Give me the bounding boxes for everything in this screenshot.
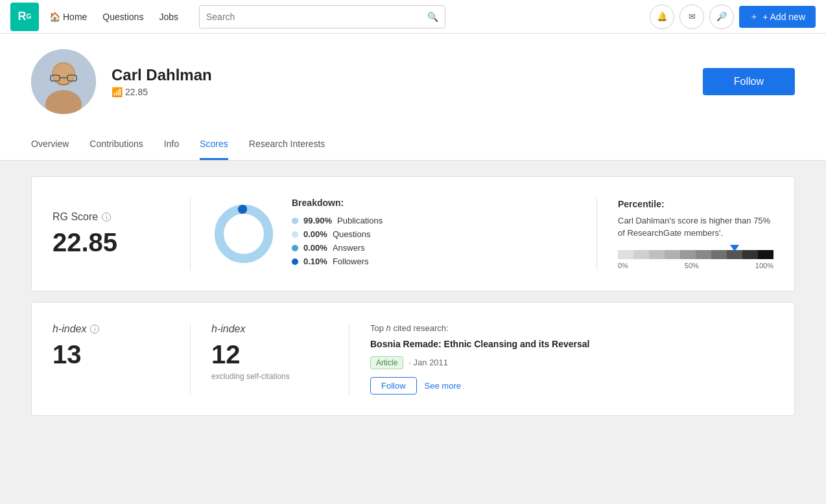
article-meta: Article · Jan 2011 <box>370 356 773 369</box>
h-index-mid-note: excluding self-citations <box>211 372 328 381</box>
h-index-mid: h-index 12 excluding self-citations <box>211 323 328 381</box>
score-icon: 📶 <box>112 87 123 97</box>
nav-questions[interactable]: Questions <box>102 12 143 22</box>
breakdown-answers: 0.00% Answers <box>292 243 576 253</box>
h-index-right: Top h cited research: Bosnia Remade: Eth… <box>370 323 773 395</box>
score-value: 22.85 <box>53 228 169 257</box>
rg-score-info-icon[interactable]: i <box>102 212 111 222</box>
h-index-divider-2 <box>349 323 349 395</box>
article-title: Bosnia Remade: Ethnic Cleansing and its … <box>370 338 773 351</box>
plus-icon: ＋ <box>749 11 759 23</box>
h-index-mid-label: h-index <box>211 323 328 335</box>
follow-button[interactable]: Follow <box>703 68 795 95</box>
svg-point-8 <box>219 209 268 258</box>
h-index-label: h-index i <box>53 323 169 335</box>
breakdown-title: Breakdown: <box>292 198 576 208</box>
tab-info[interactable]: Info <box>164 130 179 160</box>
tab-overview[interactable]: Overview <box>31 130 69 160</box>
follow-article-button[interactable]: Follow <box>370 377 417 395</box>
messages-button[interactable]: ✉ <box>679 5 704 29</box>
search-button[interactable]: 🔎 <box>709 5 734 29</box>
publications-dot <box>292 218 298 224</box>
nav-home[interactable]: 🏠 Home <box>49 12 87 22</box>
avatar <box>31 49 96 114</box>
h-index-info-icon[interactable]: i <box>90 325 99 334</box>
score-divider-2 <box>596 198 597 270</box>
breakdown-questions: 0.00% Questions <box>292 229 576 239</box>
percentile-labels: 0% 50% 100% <box>618 262 773 269</box>
tabs: Overview Contributions Info Scores Resea… <box>0 130 826 161</box>
questions-dot <box>292 231 298 238</box>
tab-scores[interactable]: Scores <box>200 130 228 160</box>
percentile-desc: Carl Dahlman's score is higher than 75% … <box>618 214 773 240</box>
article-date: · Jan 2011 <box>408 358 448 367</box>
tab-contributions[interactable]: Contributions <box>89 130 143 160</box>
answers-dot <box>292 245 298 251</box>
nav-right: 🔔 ✉ 🔎 ＋ + Add new <box>650 5 816 29</box>
percentile-bar <box>618 250 773 259</box>
donut-chart <box>211 201 276 266</box>
percentile-marker <box>730 245 739 251</box>
main-content: RG Score i 22.85 Breakdown: <box>0 161 826 442</box>
notifications-button[interactable]: 🔔 <box>650 5 674 29</box>
breakdown-list: Breakdown: 99.90% Publications 0.00% Que… <box>292 198 576 270</box>
h-index-mid-value: 12 <box>211 340 328 369</box>
percentile-title: Percentile: <box>618 199 773 209</box>
tab-research-interests[interactable]: Research Interests <box>249 130 325 160</box>
breakdown-publications: 99.90% Publications <box>292 216 576 225</box>
article-badge: Article <box>370 356 403 369</box>
percentile-bar-container: 0% 50% 100% <box>618 250 773 269</box>
top-h-label: Top h cited research: <box>370 323 773 333</box>
score-divider <box>190 198 191 270</box>
navbar: RG 🏠 Home Questions Jobs 🔍 🔔 ✉ 🔎 ＋ + Add… <box>0 0 826 34</box>
profile-score: 📶 22.85 <box>112 87 687 97</box>
search-bar: 🔍 <box>199 5 445 29</box>
percentile-section: Percentile: Carl Dahlman's score is high… <box>618 199 773 269</box>
score-left: RG Score i 22.85 <box>53 211 169 257</box>
search-icon: 🔍 <box>427 12 438 22</box>
app-logo[interactable]: RG <box>10 3 39 31</box>
logo-sup: G <box>27 13 32 20</box>
profile-info: Carl Dahlman 📶 22.85 <box>112 66 687 97</box>
score-label: RG Score i <box>53 211 169 223</box>
breakdown-section: Breakdown: 99.90% Publications 0.00% Que… <box>211 198 576 270</box>
profile-name: Carl Dahlman <box>112 66 687 84</box>
h-index-left: h-index i 13 <box>53 323 169 369</box>
see-more-link[interactable]: See more <box>425 381 461 391</box>
h-index-value: 13 <box>53 340 169 369</box>
h-index-card: h-index i 13 h-index 12 excluding self-c… <box>31 302 795 416</box>
profile-header: Carl Dahlman 📶 22.85 Follow <box>0 34 826 130</box>
avatar-image <box>31 49 96 114</box>
rg-score-card: RG Score i 22.85 Breakdown: <box>31 176 795 292</box>
nav-jobs[interactable]: Jobs <box>159 12 178 22</box>
followers-dot <box>292 258 298 265</box>
search-input[interactable] <box>206 12 427 22</box>
add-new-button[interactable]: ＋ + Add new <box>739 6 816 28</box>
h-index-divider <box>190 323 191 395</box>
article-actions: Follow See more <box>370 377 773 395</box>
home-icon: 🏠 <box>49 12 60 22</box>
nav-links: 🏠 Home Questions Jobs <box>49 12 178 22</box>
breakdown-followers: 0.10% Followers <box>292 257 576 266</box>
